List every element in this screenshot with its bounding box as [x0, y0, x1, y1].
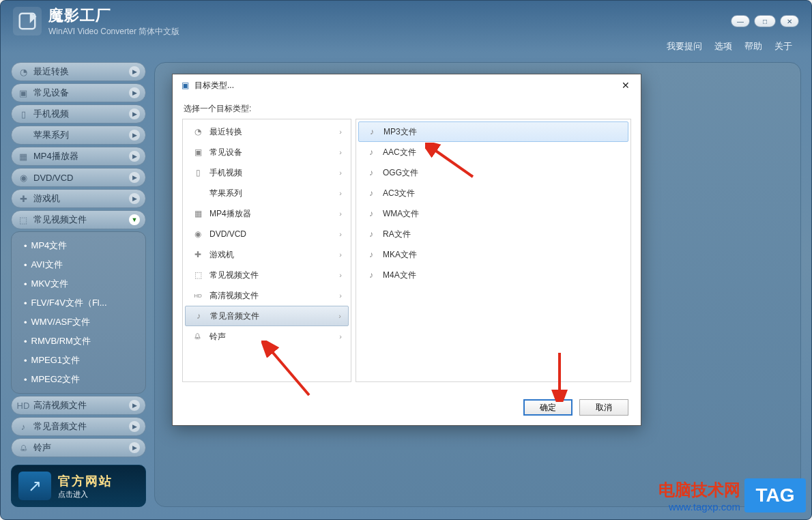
- chevron-right-icon: ›: [339, 250, 342, 259]
- format-m4a[interactable]: ♪M4A文件: [358, 265, 628, 285]
- maximize-button[interactable]: □: [754, 15, 776, 27]
- format-ac3[interactable]: ♪AC3文件: [358, 183, 628, 203]
- hd-icon: HD: [17, 399, 29, 411]
- music-icon: ♪: [192, 310, 205, 322]
- sidebar-item-hd[interactable]: HD高清视频文件▶: [11, 396, 146, 415]
- category-common-video[interactable]: ⬚常见视频文件›: [185, 265, 349, 285]
- ok-button[interactable]: 确定: [523, 399, 572, 416]
- mp4-icon: ▦: [17, 150, 29, 162]
- sidebar-sub-avi[interactable]: AVI文件: [12, 255, 145, 274]
- banner-title: 官方网站: [58, 473, 113, 489]
- sidebar-item-ringtone[interactable]: 🕭铃声▶: [11, 438, 146, 457]
- sidebar-item-recent[interactable]: ◔最近转换▶: [11, 62, 146, 81]
- close-button[interactable]: ✕: [780, 15, 799, 27]
- sidebar-sub-mpeg1[interactable]: MPEG1文件: [12, 351, 145, 370]
- sidebar-item-dvd[interactable]: ◉DVD/VCD▶: [11, 168, 146, 187]
- category-ringtone[interactable]: 🕭铃声›: [185, 326, 349, 347]
- category-dvd[interactable]: ◉DVD/VCD›: [185, 224, 349, 244]
- menu-about[interactable]: 关于: [774, 40, 792, 53]
- sidebar-item-mobile[interactable]: ▯手机视频▶: [11, 104, 146, 124]
- minimize-button[interactable]: —: [731, 15, 750, 27]
- apple-icon: [192, 187, 204, 199]
- sidebar-item-audio[interactable]: ♪常见音频文件▶: [11, 417, 146, 436]
- chevron-right-icon: ›: [339, 271, 342, 279]
- sidebar-sub-rmvb[interactable]: RMVB/RM文件: [12, 332, 145, 351]
- music-icon: ♪: [365, 207, 377, 220]
- sidebar-sub-wmv[interactable]: WMV/ASF文件: [12, 313, 145, 332]
- category-mp4[interactable]: ▦MP4播放器›: [185, 203, 349, 224]
- dialog-category-list: ◔最近转换› ▣常见设备› ▯手机视频› 苹果系列› ▦MP4播放器› ◉DVD…: [182, 119, 351, 382]
- sidebar-sublist: MP4文件 AVI文件 MKV文件 FLV/F4V文件（Fl... WMV/AS…: [11, 231, 146, 394]
- format-wma[interactable]: ♪WMA文件: [358, 203, 628, 224]
- chevron-right-icon: ›: [339, 210, 342, 218]
- sidebar-sub-flv[interactable]: FLV/F4V文件（Fl...: [12, 293, 145, 313]
- category-devices[interactable]: ▣常见设备›: [185, 142, 349, 162]
- category-apple[interactable]: 苹果系列›: [185, 183, 349, 203]
- category-hd-video[interactable]: HD高清视频文件›: [185, 285, 349, 306]
- official-site-banner[interactable]: ↗ 官方网站 点击进入: [11, 465, 146, 507]
- menu-ask[interactable]: 我要提问: [667, 40, 702, 53]
- sidebar-item-game[interactable]: ✚游戏机▶: [11, 189, 146, 208]
- music-icon: ♪: [365, 269, 377, 281]
- music-icon: ♪: [365, 146, 377, 158]
- music-icon: ♪: [365, 248, 377, 261]
- banner-subtitle: 点击进入: [58, 489, 113, 500]
- disc-icon: ◉: [17, 171, 29, 184]
- sidebar-sub-mkv[interactable]: MKV文件: [12, 274, 145, 293]
- sidebar-item-apple[interactable]: 苹果系列▶: [11, 126, 146, 145]
- chevron-right-icon: ▶: [129, 130, 140, 141]
- hd-icon: HD: [192, 289, 204, 302]
- app-window: 魔影工厂 WinAVI Video Converter 简体中文版 — □ ✕ …: [0, 0, 812, 520]
- format-ogg[interactable]: ♪OGG文件: [358, 162, 628, 183]
- chevron-right-icon: ▶: [129, 66, 140, 77]
- device-icon: ▣: [17, 87, 29, 99]
- dialog-title: 目标类型...: [194, 80, 234, 91]
- format-aac[interactable]: ♪AAC文件: [358, 142, 628, 162]
- clock-icon: ◔: [17, 66, 29, 78]
- arrow-up-icon: ↗: [18, 472, 51, 500]
- menu-options[interactable]: 选项: [714, 40, 732, 53]
- watermark: 电脑技术网 www.tagxp.com TAG: [658, 478, 806, 512]
- category-game[interactable]: ✚游戏机›: [185, 244, 349, 265]
- chevron-right-icon: ▶: [129, 400, 140, 411]
- bell-icon: 🕭: [17, 442, 29, 454]
- dialog-icon: ▣: [179, 80, 190, 91]
- format-mka[interactable]: ♪MKA文件: [358, 244, 628, 265]
- music-icon: ♪: [366, 126, 378, 138]
- chevron-right-icon: ›: [339, 291, 342, 300]
- clock-icon: ◔: [192, 126, 204, 138]
- cancel-button[interactable]: 取消: [579, 399, 628, 416]
- bell-icon: 🕭: [192, 330, 204, 343]
- chevron-right-icon: ▶: [129, 172, 140, 183]
- category-recent[interactable]: ◔最近转换›: [185, 121, 349, 142]
- chevron-right-icon: ›: [339, 128, 342, 136]
- format-mp3[interactable]: ♪MP3文件: [358, 121, 628, 142]
- category-mobile[interactable]: ▯手机视频›: [185, 162, 349, 183]
- main-pane: ▣ 目标类型... ✕ 选择一个目标类型: ◔最近转换› ▣常见设备› ▯手机视…: [154, 62, 801, 507]
- watermark-tag: TAG: [744, 478, 806, 512]
- chevron-right-icon: ›: [338, 312, 341, 320]
- category-common-audio[interactable]: ♪常见音频文件›: [185, 306, 349, 326]
- chevron-right-icon: ▶: [129, 442, 140, 453]
- game-icon: ✚: [192, 248, 204, 261]
- chevron-right-icon: ›: [339, 169, 342, 177]
- film-icon: ⬚: [192, 269, 204, 281]
- sidebar-item-mp4[interactable]: ▦MP4播放器▶: [11, 147, 146, 166]
- menubar: 我要提问 选项 帮助 关于: [667, 40, 792, 53]
- format-ra[interactable]: ♪RA文件: [358, 224, 628, 244]
- chevron-right-icon: ›: [339, 148, 342, 156]
- music-icon: ♪: [365, 228, 377, 240]
- sidebar-item-common-video[interactable]: ⬚常见视频文件▼: [11, 210, 146, 229]
- app-logo-icon: [13, 7, 42, 35]
- film-icon: ⬚: [17, 214, 29, 226]
- sidebar-sub-mp4[interactable]: MP4文件: [12, 236, 145, 255]
- sidebar-item-devices[interactable]: ▣常见设备▶: [11, 83, 146, 102]
- dialog-close-button[interactable]: ✕: [618, 78, 634, 92]
- watermark-title: 电脑技术网: [658, 479, 740, 501]
- music-icon: ♪: [365, 167, 377, 179]
- disc-icon: ◉: [192, 228, 204, 240]
- target-type-dialog: ▣ 目标类型... ✕ 选择一个目标类型: ◔最近转换› ▣常见设备› ▯手机视…: [172, 74, 641, 426]
- menu-help[interactable]: 帮助: [744, 40, 762, 53]
- music-icon: ♪: [17, 420, 29, 433]
- sidebar-sub-mpeg2[interactable]: MPEG2文件: [12, 370, 145, 389]
